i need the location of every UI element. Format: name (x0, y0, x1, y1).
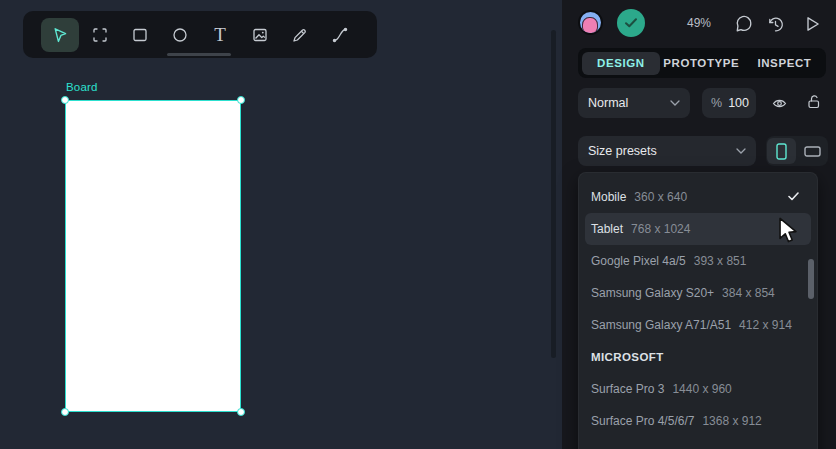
preset-option-mobile[interactable]: Mobile 360 x 640 (585, 181, 811, 213)
blend-mode-select[interactable]: Normal (578, 88, 690, 118)
phone-portrait-icon (776, 143, 787, 160)
panel-tabbar: DESIGN PROTOTYPE INSPECT (578, 48, 826, 78)
canvas-vertical-scrollbar[interactable] (551, 30, 556, 358)
tab-prototype[interactable]: PROTOTYPE (660, 57, 743, 69)
image-tool-button[interactable] (241, 18, 279, 52)
history-clock-icon (766, 15, 785, 34)
dropdown-scrollbar[interactable] (808, 259, 814, 299)
tab-design[interactable]: DESIGN (582, 52, 660, 75)
chevron-down-icon (670, 100, 680, 106)
preset-option-google-pixel[interactable]: Google Pixel 4a/5 393 x 851 (585, 245, 811, 277)
image-icon (250, 25, 270, 45)
text-tool-button[interactable]: T (201, 18, 239, 52)
lock-toggle[interactable] (803, 91, 825, 113)
selected-check-icon (788, 192, 799, 201)
saved-status-indicator (617, 9, 645, 37)
play-icon (804, 15, 821, 33)
preset-option-surface-pro-3[interactable]: Surface Pro 3 1440 x 960 (585, 373, 811, 405)
landscape-orientation-button[interactable] (798, 138, 827, 164)
ellipse-tool-button[interactable] (161, 18, 199, 52)
canvas-area[interactable]: T Board (0, 0, 562, 449)
opacity-value: 100 (728, 96, 749, 110)
resize-handle-bottom-left[interactable] (61, 408, 69, 416)
preset-option-galaxy-a71[interactable]: Samsung Galaxy A71/A51 412 x 914 (585, 309, 811, 341)
comments-button[interactable] (734, 14, 754, 34)
size-presets-dropdown: Mobile 360 x 640 Tablet 768 x 1024 Googl… (578, 172, 818, 449)
blend-mode-value: Normal (588, 96, 628, 110)
preset-section-microsoft: MICROSOFT (585, 341, 811, 373)
main-toolbar: T (23, 11, 377, 58)
visibility-toggle[interactable] (768, 92, 790, 114)
history-button[interactable] (765, 14, 785, 34)
board-label[interactable]: Board (66, 81, 98, 93)
zoom-level[interactable]: 49% (678, 16, 720, 30)
curve-path-icon (330, 25, 350, 45)
resize-handle-top-left[interactable] (61, 96, 69, 104)
preset-option-galaxy-s20[interactable]: Samsung Galaxy S20+ 384 x 854 (585, 277, 811, 309)
ellipse-icon (170, 25, 190, 45)
path-tool-button[interactable] (321, 18, 359, 52)
unlock-icon (806, 94, 822, 110)
preset-option-tablet[interactable]: Tablet 768 x 1024 (585, 213, 811, 245)
move-cursor-icon (50, 25, 70, 45)
pen-tool-button[interactable] (281, 18, 319, 52)
user-avatar[interactable] (578, 10, 603, 35)
board-tool-button[interactable] (81, 18, 119, 52)
preset-option-surface-pro-4567[interactable]: Surface Pro 4/5/6/7 1368 x 912 (585, 405, 811, 437)
size-presets-label: Size presets (588, 144, 657, 158)
tab-inspect[interactable]: INSPECT (743, 57, 826, 69)
resize-handle-top-right[interactable] (237, 96, 245, 104)
board[interactable] (65, 100, 241, 412)
rectangle-icon (130, 25, 150, 45)
rectangle-tool-button[interactable] (121, 18, 159, 52)
view-mode-button[interactable] (802, 14, 822, 34)
portrait-orientation-button[interactable] (767, 138, 796, 164)
avatar-character (582, 17, 598, 34)
right-sidebar: 49% DESIGN PROTOTYPE INSPECT Normal % 10… (562, 0, 836, 449)
comment-bubble-icon (735, 15, 753, 33)
toolbar-drag-handle[interactable] (167, 53, 231, 56)
orientation-toggle-group (766, 136, 828, 166)
opacity-input[interactable]: % 100 (702, 88, 756, 118)
phone-landscape-icon (804, 146, 821, 157)
text-tool-icon: T (214, 25, 226, 44)
design-app-window: T Board (0, 0, 836, 449)
pencil-icon (290, 25, 310, 45)
preset-section-remarkable: ReMarkable (585, 437, 811, 449)
resize-handle-bottom-right[interactable] (237, 408, 245, 416)
move-tool-button[interactable] (41, 18, 79, 52)
eye-icon (771, 97, 788, 110)
chevron-down-icon (736, 148, 746, 154)
check-icon (624, 17, 638, 29)
percent-symbol: % (711, 96, 722, 110)
board-frame-icon (90, 25, 110, 45)
size-presets-select[interactable]: Size presets (578, 136, 756, 166)
